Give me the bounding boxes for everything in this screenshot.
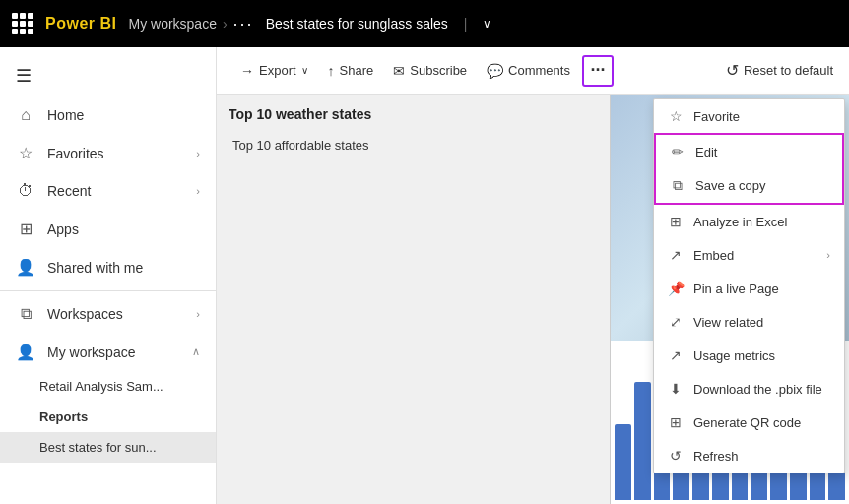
more-options-button[interactable]: ··· — [582, 55, 614, 87]
sidebar-item-label: Favorites — [47, 146, 104, 161]
menu-item-favorite[interactable]: ☆ Favorite — [654, 99, 844, 133]
sidebar-sub-retail[interactable]: Retail Analysis Sam... — [0, 371, 216, 402]
export-icon: → — [240, 63, 254, 79]
sidebar-item-label: Recent — [47, 183, 91, 199]
context-menu: ☆ Favorite ✏ Edit ⧉ Save a copy ⊞ Analyz… — [653, 98, 845, 473]
chevron-right-icon: › — [196, 185, 200, 197]
sidebar-item-my-workspace[interactable]: 👤 My workspace ∧ — [0, 333, 216, 371]
menu-item-label: Save a copy — [695, 178, 766, 193]
sidebar-item-recent[interactable]: ⏱ Recent › — [0, 172, 216, 210]
reset-icon: ↺ — [726, 61, 739, 80]
main-layout: ☰ ⌂ Home ☆ Favorites › ⏱ Recent › ⊞ Apps… — [0, 47, 849, 504]
analyze-icon: ⊞ — [668, 214, 684, 229]
menu-item-save-copy[interactable]: ⧉ Save a copy — [656, 168, 842, 203]
menu-item-download[interactable]: ⬇ Download the .pbix file — [654, 372, 844, 406]
chevron-right-icon: › — [196, 148, 200, 159]
view-related-icon: ⤢ — [668, 314, 684, 330]
embed-icon: ↗ — [668, 247, 684, 263]
menu-item-label: Analyze in Excel — [693, 215, 787, 229]
comments-icon: 💬 — [487, 63, 503, 79]
waffle-icon[interactable] — [12, 13, 33, 34]
bar — [634, 382, 651, 500]
subscribe-button[interactable]: ✉ Subscribe — [385, 57, 475, 85]
reports-item-label: Reports — [39, 410, 88, 424]
brand-logo: Power BI — [45, 15, 116, 32]
menu-item-pin-live[interactable]: 📌 Pin a live Page — [654, 272, 844, 305]
sidebar-item-label: My workspace — [47, 345, 135, 360]
shared-icon: 👤 — [16, 258, 35, 277]
breadcrumb: My workspace › ··· — [128, 15, 253, 32]
sidebar-item-apps[interactable]: ⊞ Apps — [0, 210, 216, 248]
menu-item-label: Refresh — [693, 449, 739, 464]
share-icon: ↑ — [328, 63, 335, 79]
sidebar-item-label: Workspaces — [47, 306, 123, 322]
star-icon: ☆ — [668, 108, 684, 124]
export-chevron-icon: ∨ — [301, 65, 308, 76]
title-pipe: | — [464, 16, 468, 32]
report-title: Best states for sunglass sales — [266, 16, 448, 32]
sidebar-sub-best-states[interactable]: Best states for sun... — [0, 432, 216, 463]
comments-button[interactable]: 💬 Comments — [479, 57, 578, 85]
reset-button[interactable]: ↺ Reset to default — [726, 61, 833, 80]
menu-item-refresh[interactable]: ↺ Refresh — [654, 439, 844, 472]
sidebar-item-workspaces[interactable]: ⧉ Workspaces › — [0, 295, 216, 333]
workspace-label[interactable]: My workspace — [128, 16, 216, 32]
reset-label: Reset to default — [744, 63, 833, 78]
qr-code-icon: ⊞ — [668, 414, 684, 430]
my-workspace-icon: 👤 — [16, 343, 35, 361]
menu-item-label: View related — [693, 315, 763, 330]
export-label: Export — [259, 63, 296, 78]
embed-arrow-icon: › — [826, 249, 830, 261]
edit-icon: ✏ — [670, 144, 686, 159]
chevron-up-icon: ∧ — [192, 346, 200, 358]
menu-item-label: Pin a live Page — [693, 282, 779, 296]
usage-metrics-icon: ↗ — [668, 347, 684, 363]
subscribe-label: Subscribe — [410, 63, 467, 78]
subscribe-icon: ✉ — [393, 63, 405, 79]
menu-item-analyze[interactable]: ⊞ Analyze in Excel — [654, 205, 844, 238]
sidebar-item-shared[interactable]: 👤 Shared with me — [0, 248, 216, 286]
sidebar-item-label: Shared with me — [47, 260, 143, 276]
menu-item-embed[interactable]: ↗ Embed › — [654, 238, 844, 272]
download-icon: ⬇ — [668, 381, 684, 397]
menu-highlight-box: ✏ Edit ⧉ Save a copy — [654, 133, 844, 205]
menu-item-label: Favorite — [693, 109, 740, 124]
share-button[interactable]: ↑ Share — [320, 57, 382, 85]
breadcrumb-separator: › — [223, 16, 228, 32]
sidebar-item-favorites[interactable]: ☆ Favorites › — [0, 134, 216, 172]
report-left-panel: Top 10 weather states Top 10 affordable … — [217, 94, 611, 504]
menu-item-label: Usage metrics — [693, 348, 775, 363]
favorites-icon: ☆ — [16, 144, 35, 162]
sidebar-item-label: Apps — [47, 221, 79, 237]
toolbar: → Export ∨ ↑ Share ✉ Subscribe 💬 Comment… — [217, 47, 849, 94]
sidebar-hamburger-button[interactable]: ☰ — [0, 55, 216, 96]
top-bar: Power BI My workspace › ··· Best states … — [0, 0, 849, 47]
content-area: → Export ∨ ↑ Share ✉ Subscribe 💬 Comment… — [217, 47, 849, 504]
sidebar-item-label: Home — [47, 107, 84, 123]
menu-item-qr-code[interactable]: ⊞ Generate QR code — [654, 406, 844, 439]
export-button[interactable]: → Export ∨ — [232, 57, 316, 85]
menu-item-label: Download the .pbix file — [693, 382, 822, 397]
menu-item-edit[interactable]: ✏ Edit — [656, 135, 842, 168]
sidebar-sub-reports[interactable]: Reports — [0, 402, 216, 432]
save-copy-icon: ⧉ — [670, 177, 686, 194]
chevron-right-icon: › — [196, 308, 200, 320]
menu-item-view-related[interactable]: ⤢ View related — [654, 305, 844, 339]
page-tab-1[interactable]: Top 10 weather states — [229, 106, 598, 122]
share-label: Share — [340, 63, 374, 78]
sidebar: ☰ ⌂ Home ☆ Favorites › ⏱ Recent › ⊞ Apps… — [0, 47, 217, 504]
retail-item-label: Retail Analysis Sam... — [39, 379, 163, 394]
refresh-icon: ↺ — [668, 448, 684, 464]
page-tab-2[interactable]: Top 10 affordable states — [229, 130, 598, 160]
best-states-item-label: Best states for sun... — [39, 440, 157, 455]
pin-icon: 📌 — [668, 281, 684, 296]
comments-label: Comments — [508, 63, 570, 78]
bar — [615, 424, 631, 500]
sidebar-item-home[interactable]: ⌂ Home — [0, 96, 216, 134]
workspace-more-button[interactable]: ··· — [233, 15, 254, 32]
title-dropdown-button[interactable]: ∨ — [483, 17, 491, 31]
menu-item-usage-metrics[interactable]: ↗ Usage metrics — [654, 339, 844, 372]
workspaces-icon: ⧉ — [16, 305, 35, 323]
recent-icon: ⏱ — [16, 182, 35, 200]
menu-item-label: Embed — [693, 248, 734, 263]
